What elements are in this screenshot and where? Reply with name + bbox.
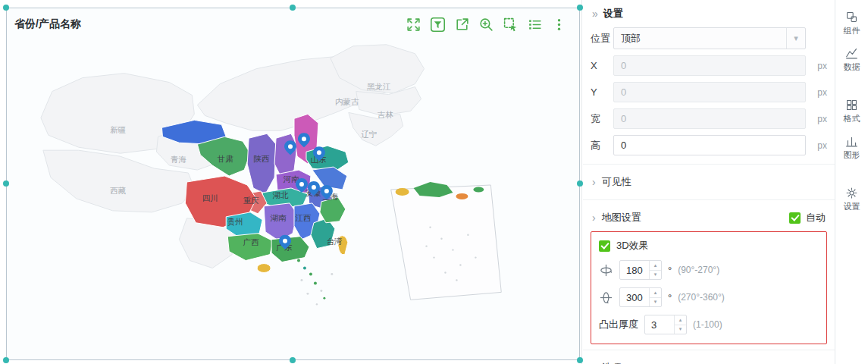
box-select-icon[interactable] bbox=[503, 17, 519, 33]
x-value: 0 bbox=[621, 60, 626, 71]
format-grid-icon bbox=[845, 99, 858, 111]
step-down-icon[interactable]: ▾ bbox=[650, 270, 661, 280]
resize-handle[interactable] bbox=[3, 357, 9, 363]
step-up-icon[interactable]: ▴ bbox=[650, 261, 661, 270]
widget-title: 省份/产品名称 bbox=[14, 17, 81, 31]
3d-effect-group: 3D效果 180 ▴▾ ° (90°-270°) 300 ▴▾ ° (270°-… bbox=[591, 231, 827, 344]
rotate-vertical-axis-icon bbox=[599, 263, 613, 278]
resize-handle[interactable] bbox=[577, 5, 583, 11]
position-select[interactable]: 顶部 ▾ bbox=[613, 27, 806, 49]
gear-icon bbox=[845, 187, 858, 199]
province-label: 甘肃 bbox=[217, 155, 233, 163]
width-unit: px bbox=[810, 114, 827, 124]
rotation-1-input[interactable]: 180 ▴▾ bbox=[619, 260, 662, 280]
auto-checkbox[interactable] bbox=[789, 212, 801, 224]
panel-title: 设置 bbox=[603, 7, 623, 20]
chevron-right-icon: › bbox=[592, 212, 596, 224]
province-label: 四川 bbox=[202, 194, 218, 202]
3d-effect-checkbox[interactable] bbox=[599, 240, 610, 252]
height-unit: px bbox=[810, 140, 827, 151]
x-label: X bbox=[591, 60, 613, 71]
chart-toolbar bbox=[406, 17, 567, 33]
sidebar-item-label: 组件 bbox=[844, 25, 860, 36]
y-value: 0 bbox=[621, 86, 626, 98]
section-visibility-label: 可见性 bbox=[602, 175, 631, 189]
position-label: 位置 bbox=[591, 32, 613, 46]
y-unit: px bbox=[810, 87, 827, 98]
province-label: 贵州 bbox=[227, 218, 243, 226]
province-label: 陕西 bbox=[254, 155, 270, 163]
thickness-value: 3 bbox=[645, 315, 674, 334]
map-chart-widget[interactable]: 省份/产品名称 bbox=[6, 8, 580, 360]
chevron-down-icon: ▾ bbox=[786, 28, 805, 49]
legend-list-icon[interactable] bbox=[527, 17, 543, 33]
province-label: 湖南 bbox=[271, 214, 287, 222]
width-value: 0 bbox=[621, 113, 626, 124]
province-label: 新疆 bbox=[110, 126, 126, 134]
width-row: 宽 0 px bbox=[583, 105, 835, 132]
right-sidebar: 组件 数据 格式 图形 设置 bbox=[835, 0, 868, 364]
rotation-2-row: 300 ▴▾ ° (270°-360°) bbox=[599, 287, 819, 307]
inset-region bbox=[396, 188, 409, 196]
province-label: 黑龙江 bbox=[367, 83, 391, 91]
3d-effect-label: 3D效果 bbox=[616, 239, 649, 253]
resize-handle[interactable] bbox=[3, 5, 9, 11]
thickness-input[interactable]: 3 ▴▾ bbox=[644, 315, 687, 334]
inset-region bbox=[456, 193, 468, 199]
sidebar-item-settings[interactable]: 设置 bbox=[844, 187, 860, 212]
sidebar-item-format[interactable]: 格式 bbox=[844, 99, 860, 124]
section-visibility[interactable]: › 可见性 bbox=[583, 170, 835, 194]
rotate-horizontal-axis-icon bbox=[599, 290, 613, 305]
step-up-icon[interactable]: ▴ bbox=[675, 315, 686, 325]
step-down-icon[interactable]: ▾ bbox=[650, 297, 661, 307]
rotation-1-range: (90°-270°) bbox=[678, 265, 719, 275]
resize-handle[interactable] bbox=[290, 5, 296, 11]
rotation-2-input[interactable]: 300 ▴▾ bbox=[619, 287, 662, 307]
rotation-2-range: (270°-360°) bbox=[678, 292, 725, 303]
section-options-label: 选项 bbox=[602, 361, 622, 364]
province-shaanxi[interactable] bbox=[247, 133, 276, 194]
province-hainan[interactable] bbox=[257, 264, 271, 273]
thickness-range: (1-100) bbox=[693, 319, 722, 330]
step-down-icon[interactable]: ▾ bbox=[675, 325, 686, 334]
sidebar-item-label: 格式 bbox=[844, 113, 860, 124]
y-label: Y bbox=[591, 86, 613, 98]
degree-symbol: ° bbox=[668, 265, 672, 276]
collapse-panel-icon[interactable]: » bbox=[592, 8, 598, 20]
position-row: 位置 顶部 ▾ bbox=[583, 24, 835, 52]
sidebar-item-components[interactable]: 组件 bbox=[844, 11, 860, 36]
height-row: 高 0 px bbox=[583, 132, 835, 158]
province-zhejiang[interactable] bbox=[320, 197, 346, 223]
height-input[interactable]: 0 bbox=[613, 135, 806, 155]
zoom-in-icon[interactable] bbox=[478, 17, 494, 33]
fullscreen-icon[interactable] bbox=[406, 17, 421, 33]
resize-handle[interactable] bbox=[577, 357, 583, 363]
step-up-icon[interactable]: ▴ bbox=[650, 288, 661, 297]
filter-icon[interactable] bbox=[430, 17, 446, 33]
resize-handle[interactable] bbox=[577, 180, 583, 187]
rotation-2-value: 300 bbox=[620, 288, 649, 306]
island-dots bbox=[297, 259, 333, 306]
sidebar-item-data[interactable]: 数据 bbox=[844, 47, 860, 73]
province-label: 青海 bbox=[171, 155, 186, 164]
resize-handle[interactable] bbox=[290, 357, 296, 363]
resize-handle[interactable] bbox=[3, 180, 9, 187]
province-liaoning[interactable] bbox=[349, 112, 403, 146]
section-map-settings[interactable]: › 地图设置 自动 bbox=[583, 206, 835, 230]
width-input[interactable]: 0 bbox=[613, 108, 806, 129]
y-row: Y 0 px bbox=[583, 79, 835, 105]
thickness-row: 凸出厚度 3 ▴▾ (1-100) bbox=[599, 315, 819, 334]
province-label: 湖北 bbox=[273, 191, 289, 199]
more-icon[interactable] bbox=[551, 17, 567, 33]
divider bbox=[583, 350, 835, 350]
section-options[interactable]: › 选项 bbox=[583, 356, 835, 364]
export-icon[interactable] bbox=[454, 17, 470, 33]
sidebar-item-label: 设置 bbox=[844, 201, 860, 212]
height-label: 高 bbox=[591, 139, 613, 152]
x-input[interactable]: 0 bbox=[613, 55, 806, 76]
sidebar-item-graphics[interactable]: 图形 bbox=[844, 135, 860, 161]
divider bbox=[583, 164, 835, 165]
y-input[interactable]: 0 bbox=[613, 82, 806, 102]
settings-panel: » 设置 位置 顶部 ▾ X 0 px Y 0 px 宽 0 px 高 0 px… bbox=[583, 0, 835, 364]
section-map-settings-label: 地图设置 bbox=[602, 211, 641, 224]
